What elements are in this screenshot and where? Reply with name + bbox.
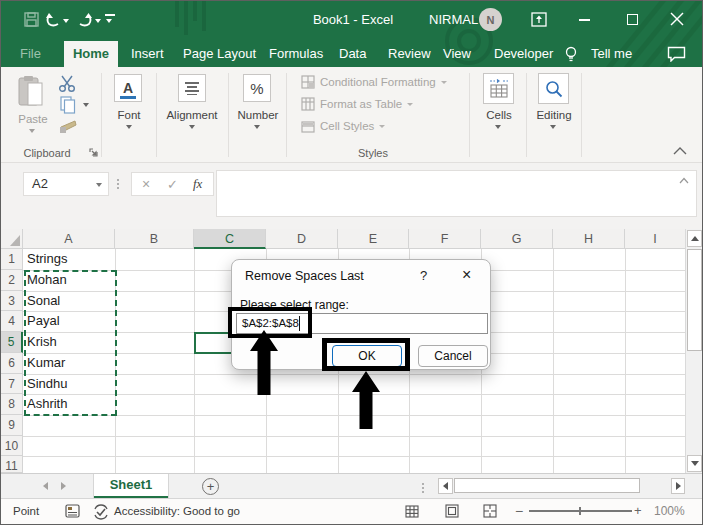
number-group-icon[interactable]: %: [243, 74, 271, 102]
page-layout-view-icon[interactable]: [445, 504, 459, 518]
row-header-8[interactable]: 8: [1, 394, 23, 415]
formula-input[interactable]: [216, 170, 697, 217]
scroll-down-icon[interactable]: [687, 455, 702, 472]
scroll-left-icon[interactable]: [438, 478, 453, 494]
cell-a1[interactable]: Strings: [24, 249, 67, 269]
cells-group-label[interactable]: Cells: [473, 109, 525, 121]
editing-group-chevron-icon[interactable]: [550, 125, 556, 129]
row-header-2[interactable]: 2: [1, 270, 23, 291]
column-header-e[interactable]: E: [338, 229, 409, 249]
formula-bar-expand-icon[interactable]: [679, 177, 689, 184]
tab-formulas[interactable]: Formulas: [269, 41, 323, 67]
number-group-chevron-icon[interactable]: [254, 125, 260, 129]
collapse-ribbon-icon[interactable]: [673, 146, 687, 155]
comment-icon[interactable]: [667, 46, 686, 62]
zoom-level[interactable]: 100%: [654, 504, 685, 518]
undo-dropdown-icon[interactable]: [63, 19, 69, 23]
font-group-icon[interactable]: A: [114, 74, 142, 102]
column-header-f[interactable]: F: [409, 229, 481, 249]
customize-qat-chevron-icon[interactable]: [106, 19, 112, 23]
tell-me-label[interactable]: Tell me: [591, 41, 632, 67]
save-icon[interactable]: [24, 12, 39, 27]
vertical-scroll-thumb[interactable]: [687, 249, 702, 351]
accessibility-icon[interactable]: [93, 504, 109, 520]
dialog-close-icon[interactable]: ×: [462, 266, 471, 284]
editing-group-icon[interactable]: [538, 73, 569, 104]
redo-icon[interactable]: [76, 12, 93, 27]
zoom-slider-track[interactable]: [529, 510, 632, 512]
sheet-nav-left-icon[interactable]: [43, 482, 48, 490]
tab-data[interactable]: Data: [339, 41, 366, 67]
name-box[interactable]: A2: [23, 172, 109, 196]
format-as-table-button[interactable]: Format as Table: [301, 97, 413, 111]
row-header-3[interactable]: 3: [1, 291, 23, 311]
cells-group-chevron-icon[interactable]: [495, 125, 501, 129]
cancel-entry-icon[interactable]: ×: [142, 176, 150, 192]
conditional-formatting-button[interactable]: Conditional Formatting: [301, 75, 447, 89]
tab-file[interactable]: File: [20, 41, 41, 67]
row-header-5[interactable]: 5: [1, 332, 23, 353]
ribbon-display-options-icon[interactable]: [531, 12, 547, 27]
zoom-out-icon[interactable]: −: [515, 503, 523, 519]
alignment-group-icon[interactable]: [178, 74, 206, 102]
cut-icon[interactable]: [58, 75, 76, 92]
sheet-nav-right-icon[interactable]: [61, 482, 66, 490]
clipboard-dialog-launcher-icon[interactable]: [89, 148, 99, 158]
column-header-h[interactable]: H: [553, 229, 625, 249]
copy-icon[interactable]: [60, 96, 76, 114]
zoom-in-icon[interactable]: +: [634, 503, 642, 518]
format-painter-icon[interactable]: [59, 118, 77, 134]
tab-insert[interactable]: Insert: [131, 41, 164, 67]
name-box-dropdown-icon[interactable]: [96, 183, 102, 187]
sheet-tab-sheet1[interactable]: Sheet1: [93, 474, 169, 499]
enter-entry-icon[interactable]: ✓: [167, 177, 178, 192]
font-group-chevron-icon[interactable]: [126, 125, 132, 129]
customize-qat-icon[interactable]: [105, 14, 115, 16]
paste-button[interactable]: Paste: [15, 113, 51, 125]
paste-icon[interactable]: [17, 75, 47, 109]
formula-bar-splitter[interactable]: [117, 177, 119, 191]
macro-record-icon[interactable]: [65, 504, 80, 518]
row-header-4[interactable]: 4: [1, 311, 23, 332]
cancel-button[interactable]: Cancel: [418, 345, 488, 367]
column-header-a[interactable]: A: [23, 229, 115, 249]
zoom-slider-handle[interactable]: [579, 507, 581, 515]
row-header-10[interactable]: 10: [1, 436, 23, 456]
select-all-corner[interactable]: [1, 229, 23, 249]
editing-group-label[interactable]: Editing: [527, 109, 581, 121]
alignment-group-chevron-icon[interactable]: [189, 125, 195, 129]
scroll-up-icon[interactable]: [687, 230, 702, 247]
row-header-1[interactable]: 1: [1, 249, 23, 270]
account-name[interactable]: NIRMAL: [429, 12, 478, 27]
horizontal-scroll-thumb[interactable]: [454, 478, 640, 493]
minimize-button[interactable]: [579, 11, 590, 21]
add-sheet-button[interactable]: +: [202, 478, 219, 495]
row-header-11[interactable]: 11: [1, 456, 23, 473]
redo-dropdown-icon[interactable]: [95, 19, 101, 23]
dialog-help-button[interactable]: ?: [420, 268, 427, 283]
page-break-view-icon[interactable]: [483, 504, 497, 518]
horizontal-scrollbar[interactable]: [438, 478, 685, 494]
copy-dropdown-icon[interactable]: [83, 103, 89, 107]
column-header-g[interactable]: G: [481, 229, 553, 249]
undo-icon[interactable]: [45, 12, 62, 27]
tab-review[interactable]: Review: [388, 41, 431, 67]
insert-function-icon[interactable]: fx: [193, 176, 202, 192]
tabbar-splitter[interactable]: [422, 481, 424, 495]
tab-home[interactable]: Home: [64, 41, 118, 67]
cells-group-icon[interactable]: [483, 73, 514, 104]
normal-view-icon[interactable]: [405, 505, 419, 518]
accessibility-status[interactable]: Accessibility: Good to go: [114, 505, 240, 517]
tab-view[interactable]: View: [443, 41, 471, 67]
alignment-group-label[interactable]: Alignment: [156, 109, 228, 121]
number-group-label[interactable]: Number: [228, 109, 288, 121]
column-header-d[interactable]: D: [266, 229, 338, 249]
avatar[interactable]: N: [479, 8, 502, 31]
paste-dropdown-icon[interactable]: [29, 129, 35, 133]
vertical-scrollbar[interactable]: [685, 229, 702, 473]
column-header-c[interactable]: C: [194, 229, 266, 249]
scroll-right-icon[interactable]: [671, 478, 685, 494]
tab-page-layout[interactable]: Page Layout: [183, 41, 256, 67]
close-button[interactable]: [670, 12, 684, 26]
column-header-i[interactable]: I: [625, 229, 685, 249]
